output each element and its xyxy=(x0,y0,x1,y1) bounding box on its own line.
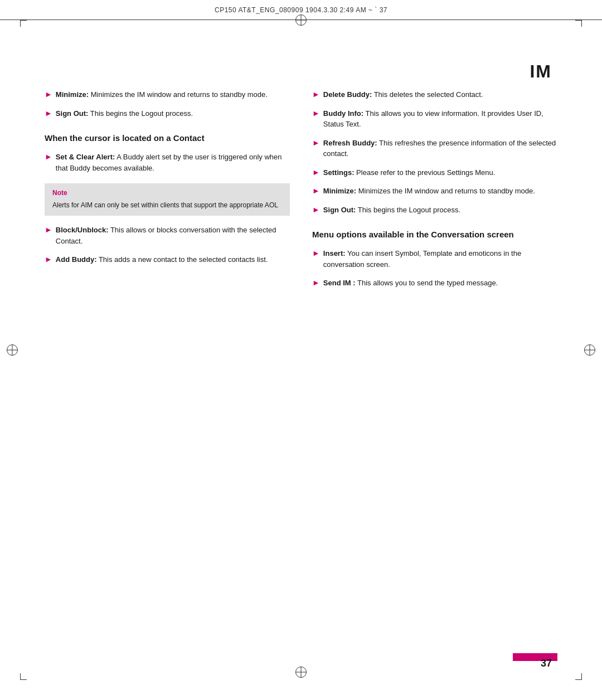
note-label: Note xyxy=(52,189,282,197)
bullet-arrow-icon: ► xyxy=(45,255,52,264)
page-number: 37 xyxy=(541,658,552,669)
item-sendim-text: Send IM : This allows you to send the ty… xyxy=(323,278,498,289)
crosshair-circle-top xyxy=(295,14,307,26)
crosshair-circle-right xyxy=(584,344,595,356)
item-minimize2-text: Minimize: Minimizes the IM window and re… xyxy=(323,186,535,197)
item-sendim-body: This allows you to send the typed messag… xyxy=(357,279,498,287)
list-item: ► Block/Unblock: This allows or blocks c… xyxy=(45,225,290,246)
item-minimize-label: Minimize: xyxy=(56,90,89,99)
item-minimize-body: Minimizes the IM window and returns to s… xyxy=(91,90,268,99)
item-signout-text: Sign Out: This begins the Logout process… xyxy=(56,108,193,119)
item-settings-body: Please refer to the previous Settings Me… xyxy=(356,168,495,177)
item-signout2-label: Sign Out: xyxy=(323,206,356,214)
bullet-arrow-icon: ► xyxy=(312,278,320,287)
item-insert-text: Insert: You can insert Symbol, Template … xyxy=(323,248,557,270)
list-item: ► Minimize: Minimizes the IM window and … xyxy=(45,89,290,100)
list-item: ► Delete Buddy: This deletes the selecte… xyxy=(312,89,557,100)
bullet-arrow-icon: ► xyxy=(312,186,320,195)
crosshair-bottom xyxy=(295,667,307,678)
list-item: ► Add Buddy: This adds a new contact to … xyxy=(45,254,290,265)
list-item: ► Sign Out: This begins the Logout proce… xyxy=(312,205,557,216)
note-box: Note Alerts for AIM can only be set with… xyxy=(45,183,290,216)
section1-heading: When the cursor is located on a Contact xyxy=(45,132,290,144)
item-insert-body: You can insert Symbol, Template and emot… xyxy=(323,249,521,269)
list-item: ► Refresh Buddy: This refreshes the pres… xyxy=(312,138,557,159)
item-signout-label: Sign Out: xyxy=(56,109,89,118)
item-deletebuddy-label: Delete Buddy: xyxy=(323,90,372,99)
item-buddyinfo-text: Buddy Info: This allows you to view info… xyxy=(323,108,557,130)
page-container: CP150 AT&T_ENG_080909 1904.3.30 2:49 AM … xyxy=(0,0,602,700)
left-column: ► Minimize: Minimizes the IM window and … xyxy=(45,89,290,655)
note-text: Alerts for AIM can only be set within cl… xyxy=(52,200,282,210)
section2-heading: Menu options available in the Conversati… xyxy=(312,229,557,240)
bullet-arrow-icon: ► xyxy=(45,152,52,161)
item-setclear-text: Set & Clear Alert: A Buddy alert set by … xyxy=(56,152,290,173)
item-settings-text: Settings: Please refer to the previous S… xyxy=(323,167,496,178)
bullet-arrow-icon: ► xyxy=(312,249,320,257)
item-setclear-label: Set & Clear Alert: xyxy=(56,153,115,161)
bullet-arrow-icon: ► xyxy=(312,109,320,118)
item-refreshbuddy-text: Refresh Buddy: This refreshes the presen… xyxy=(323,138,557,159)
bullet-arrow-icon: ► xyxy=(45,225,52,234)
bullet-arrow-icon: ► xyxy=(312,168,320,177)
bullet-arrow-icon: ► xyxy=(312,205,320,214)
list-item: ► Settings: Please refer to the previous… xyxy=(312,167,557,178)
item-deletebuddy-text: Delete Buddy: This deletes the selected … xyxy=(323,89,483,100)
list-item: ► Send IM : This allows you to send the … xyxy=(312,278,557,289)
item-addbuddy-body: This adds a new contact to the selected … xyxy=(99,255,268,264)
item-sendim-label: Send IM : xyxy=(323,279,356,287)
corner-mark-tr xyxy=(575,20,582,27)
item-settings-label: Settings: xyxy=(323,168,355,177)
bullet-arrow-icon: ► xyxy=(312,138,320,147)
content-area: ► Minimize: Minimizes the IM window and … xyxy=(45,89,557,655)
list-item: ► Insert: You can insert Symbol, Templat… xyxy=(312,248,557,270)
bullet-arrow-icon: ► xyxy=(45,109,52,118)
corner-mark-tl xyxy=(20,20,27,27)
bullet-arrow-icon: ► xyxy=(312,90,320,99)
item-signout2-body: This begins the Logout process. xyxy=(358,206,460,214)
corner-mark-br xyxy=(575,673,582,680)
corner-mark-bl xyxy=(20,673,27,680)
crosshair-top xyxy=(295,14,307,26)
crosshair-circle-left xyxy=(7,344,18,356)
item-signout-body: This begins the Logout process. xyxy=(90,109,193,118)
page-title: IM xyxy=(530,61,552,82)
item-blockunblock-label: Block/Unblock: xyxy=(56,226,109,234)
item-addbuddy-text: Add Buddy: This adds a new contact to th… xyxy=(56,254,268,265)
list-item: ► Sign Out: This begins the Logout proce… xyxy=(45,108,290,119)
item-minimize2-body: Minimizes the IM window and returns to s… xyxy=(358,187,535,195)
item-refreshbuddy-label: Refresh Buddy: xyxy=(323,139,377,147)
list-item: ► Buddy Info: This allows you to view in… xyxy=(312,108,557,130)
item-addbuddy-label: Add Buddy: xyxy=(56,255,97,264)
item-signout2-text: Sign Out: This begins the Logout process… xyxy=(323,205,460,216)
item-deletebuddy-body: This deletes the selected Contact. xyxy=(374,90,483,99)
item-minimize-text: Minimize: Minimizes the IM window and re… xyxy=(56,89,268,100)
list-item: ► Minimize: Minimizes the IM window and … xyxy=(312,186,557,197)
crosshair-left xyxy=(7,344,18,356)
header-text: CP150 AT&T_ENG_080909 1904.3.30 2:49 AM … xyxy=(215,6,387,14)
item-insert-label: Insert: xyxy=(323,249,346,257)
item-blockunblock-text: Block/Unblock: This allows or blocks con… xyxy=(56,225,290,246)
crosshair-circle-bottom xyxy=(295,667,307,678)
right-column: ► Delete Buddy: This deletes the selecte… xyxy=(312,89,557,655)
item-buddyinfo-label: Buddy Info: xyxy=(323,109,363,118)
item-minimize2-label: Minimize: xyxy=(323,187,356,195)
crosshair-right xyxy=(584,344,595,356)
list-item: ► Set & Clear Alert: A Buddy alert set b… xyxy=(45,152,290,173)
bullet-arrow-icon: ► xyxy=(45,90,52,99)
